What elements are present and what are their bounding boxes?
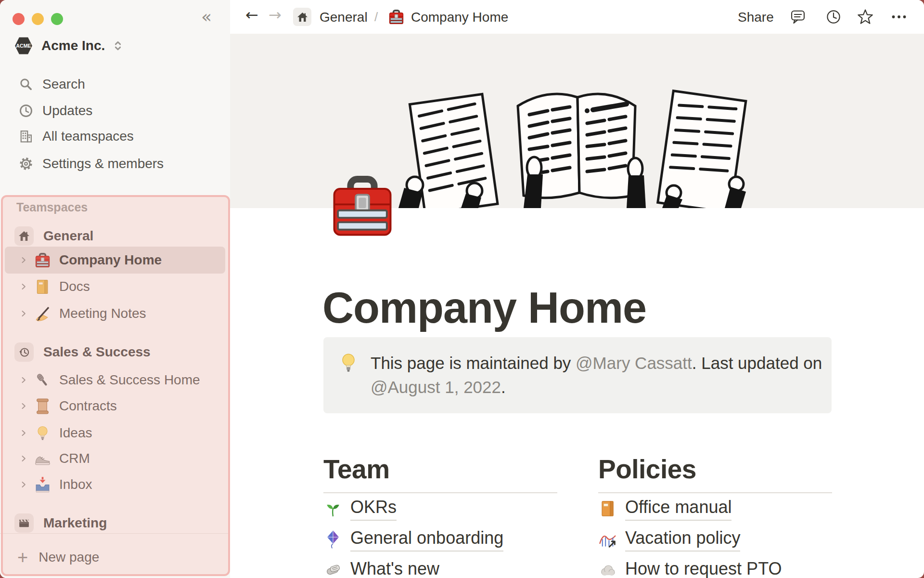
breadcrumb-company-home[interactable]: Company Home <box>411 10 508 25</box>
chevron-right-icon[interactable] <box>19 282 28 291</box>
app-window: ACME Acme Inc. Search Updates <box>0 0 924 578</box>
history-clock-icon <box>14 342 34 362</box>
search-icon <box>18 77 34 92</box>
forward-arrow-icon[interactable]: → <box>269 6 282 24</box>
page-link-how-to-request-pto[interactable]: How to request PTO <box>598 555 832 578</box>
chevron-right-icon[interactable] <box>19 454 28 463</box>
sidebar-item-sales-success-home[interactable]: Sales & Success Home <box>0 367 230 393</box>
building-icon <box>18 129 34 144</box>
page-link-vacation-policy[interactable]: Vacation policy <box>598 524 832 555</box>
team-heading: Team <box>323 454 557 485</box>
page-link-general-onboarding[interactable]: General onboarding <box>323 524 557 555</box>
sidebar-item-settings-members[interactable]: Settings & members <box>0 151 230 177</box>
sidebar-item-docs[interactable]: Docs <box>0 274 230 300</box>
chevron-updown-icon <box>112 39 124 52</box>
sidebar-item-inbox[interactable]: Inbox <box>0 472 230 498</box>
mention-august-1-2022[interactable]: @August 1, 2022 <box>371 378 501 396</box>
chevron-right-icon[interactable] <box>19 429 28 437</box>
sidebar-teamspace-sales-success[interactable]: Sales & Success <box>0 339 230 365</box>
zoom-window-button[interactable] <box>51 13 63 25</box>
acme-logo-icon: ACME <box>14 37 33 55</box>
chevron-right-icon[interactable] <box>19 256 28 264</box>
writing-hand-icon <box>34 305 51 323</box>
sidebar-divider <box>0 533 230 534</box>
seedling-icon <box>323 499 343 518</box>
orange-book-icon <box>598 499 617 518</box>
sidebar-item-company-home[interactable]: Company Home <box>0 247 230 273</box>
minimize-window-button[interactable] <box>32 13 44 25</box>
lightbulb-icon <box>34 424 51 442</box>
chevron-right-icon[interactable] <box>19 309 28 318</box>
plus-icon: + <box>17 547 28 568</box>
team-column: Team OKRs General onboarding <box>323 454 557 578</box>
kite-icon <box>323 530 343 549</box>
sidebar-teamspace-marketing[interactable]: Marketing <box>0 510 230 536</box>
sidebar: ACME Acme Inc. Search Updates <box>0 0 230 578</box>
page-title[interactable]: Company Home <box>322 283 646 333</box>
sidebar-item-meeting-notes[interactable]: Meeting Notes <box>0 301 230 327</box>
chevron-right-icon[interactable] <box>19 480 28 489</box>
inbox-tray-icon <box>34 476 51 494</box>
sidebar-item-search[interactable]: Search <box>0 71 230 97</box>
page-link-office-manual[interactable]: Office manual <box>598 493 832 524</box>
clock-icon <box>18 103 34 118</box>
more-options-icon[interactable] <box>890 8 908 26</box>
close-window-button[interactable] <box>13 13 25 25</box>
page-link-okrs[interactable]: OKRs <box>323 493 557 524</box>
microphone-icon <box>34 371 51 389</box>
sidebar-item-ideas[interactable]: Ideas <box>0 420 230 446</box>
page-link-whats-new[interactable]: What's new <box>323 555 557 578</box>
teamspaces-section-label: Teamspaces <box>16 200 88 214</box>
workspace-switcher[interactable]: ACME Acme Inc. <box>0 33 230 59</box>
sidebar-teamspace-general[interactable]: General <box>0 223 230 249</box>
gear-icon <box>18 156 34 171</box>
clapperboard-icon <box>14 513 34 533</box>
newspaper-roll-icon <box>323 561 343 578</box>
toolbox-icon <box>387 8 405 26</box>
history-icon[interactable] <box>825 8 842 26</box>
chevron-right-icon[interactable] <box>19 402 28 410</box>
topbar: ← → General / Company Home Share <box>230 0 924 34</box>
cloud-icon <box>598 561 617 578</box>
policies-column: Policies Office manual Vacation policy <box>598 454 832 578</box>
comment-icon[interactable] <box>789 8 807 26</box>
lightbulb-icon <box>337 352 360 375</box>
share-button[interactable]: Share <box>738 10 774 25</box>
toolbox-icon <box>34 251 51 269</box>
callout-block[interactable]: This page is maintained by @Mary Cassatt… <box>323 337 832 413</box>
page-icon-toolbox[interactable] <box>325 170 399 244</box>
star-icon[interactable] <box>857 8 874 26</box>
policies-heading: Policies <box>598 454 832 485</box>
sidebar-item-crm[interactable]: CRM <box>0 446 230 472</box>
workspace-name: Acme Inc. <box>41 38 105 53</box>
scroll-icon <box>34 397 51 415</box>
svg-text:ACME: ACME <box>16 43 31 49</box>
collapse-sidebar-icon[interactable]: « <box>201 7 212 26</box>
chevron-right-icon[interactable] <box>19 376 28 384</box>
sidebar-item-all-teamspaces[interactable]: All teamspaces <box>0 123 230 149</box>
breadcrumb-separator: / <box>374 10 378 25</box>
new-page-button[interactable]: + New page <box>0 544 230 570</box>
callout-text: This page is maintained by @Mary Cassatt… <box>371 337 822 413</box>
sneaker-icon <box>34 450 51 468</box>
house-icon <box>293 8 311 26</box>
sidebar-item-updates[interactable]: Updates <box>0 98 230 124</box>
notebook-icon <box>34 278 51 296</box>
sidebar-item-contracts[interactable]: Contracts <box>0 393 230 419</box>
roller-coaster-icon <box>598 530 617 549</box>
breadcrumb-general[interactable]: General <box>320 10 368 25</box>
back-arrow-icon[interactable]: ← <box>245 6 258 24</box>
house-icon <box>14 226 34 246</box>
mention-mary-cassatt[interactable]: @Mary Cassatt <box>576 354 692 372</box>
